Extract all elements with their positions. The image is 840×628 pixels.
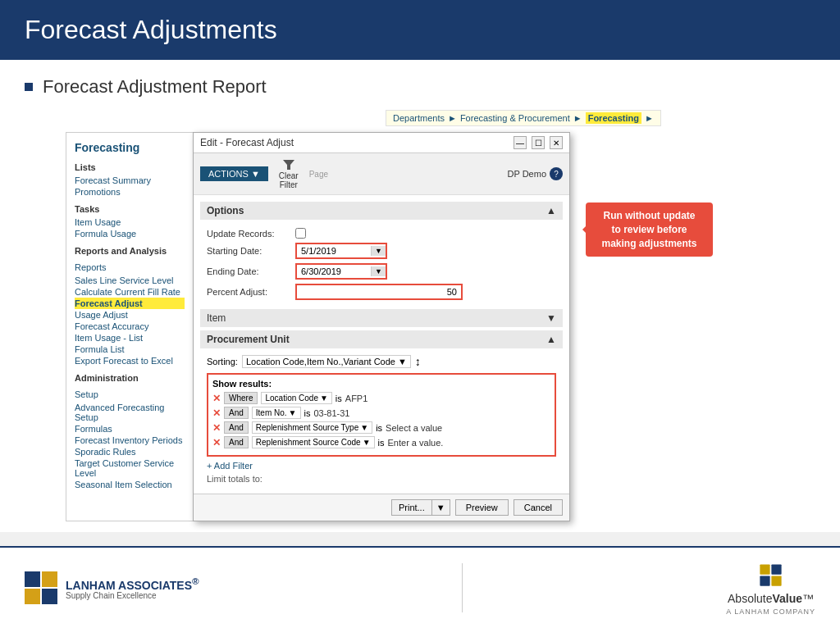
- procurement-section-header[interactable]: Procurement Unit ▲: [200, 330, 563, 348]
- filter-field-dropdown-0: ▼: [320, 394, 328, 403]
- nav-forecast-accuracy[interactable]: Forecast Accuracy: [75, 321, 185, 332]
- footer-divider: [462, 563, 463, 612]
- update-records-checkbox[interactable]: [295, 228, 306, 239]
- filter-field-name-2: Replenishment Source Type: [256, 423, 358, 432]
- filter-row-1: ✕ And Item No. ▼ is 03-81-31: [212, 407, 550, 419]
- filter-field-0[interactable]: Location Code ▼: [261, 392, 331, 404]
- callout-text: Run without updateto review beforemaking…: [601, 210, 696, 249]
- maximize-button[interactable]: ☐: [532, 136, 545, 149]
- preview-button[interactable]: Preview: [455, 499, 509, 516]
- sort-order-icon[interactable]: ↕: [415, 355, 421, 368]
- filter-field-3[interactable]: Replenishment Source Code ▼: [252, 436, 375, 448]
- dialog-title: Edit - Forecast Adjust: [200, 137, 294, 148]
- dialog-footer: Print... ▼ Preview Cancel: [194, 494, 569, 521]
- filter-operator-1: is: [304, 408, 311, 418]
- main-content: Forecast Adjustment Report Departments ►…: [0, 60, 840, 532]
- logo-cell-1: [25, 571, 40, 587]
- nav-sporadic-rules[interactable]: Sporadic Rules: [75, 446, 185, 457]
- print-button[interactable]: Print...: [391, 499, 431, 516]
- filter-field-2[interactable]: Replenishment Source Type ▼: [252, 421, 372, 434]
- nav-forecast-adjust[interactable]: Forecast Adjust: [75, 298, 185, 309]
- options-content: Update Records: Starting Date: ▼: [200, 223, 563, 309]
- filter-value-1: 03-81-31: [313, 408, 349, 418]
- print-dropdown-button[interactable]: ▼: [431, 499, 450, 516]
- filter-remove-0[interactable]: ✕: [212, 393, 221, 404]
- breadcrumb-forecasting: Forecasting: [586, 112, 641, 124]
- filter-field-1[interactable]: Item No. ▼: [252, 407, 301, 419]
- breadcrumb-arrow3: ►: [645, 113, 654, 123]
- filter-value-2: Select a value: [386, 423, 442, 433]
- nav-promotions[interactable]: Promotions: [75, 186, 185, 198]
- add-filter-button[interactable]: + Add Filter: [207, 461, 556, 471]
- nav-adv-setup[interactable]: Advanced Forecasting Setup: [75, 402, 185, 423]
- ending-date-label: Ending Date:: [207, 266, 289, 276]
- percent-adjust-input[interactable]: [295, 284, 463, 300]
- nav-formulas[interactable]: Formulas: [75, 423, 185, 435]
- breadcrumb-fp: Forecasting & Procurement: [460, 113, 570, 123]
- actions-button[interactable]: ACTIONS ▼: [200, 166, 268, 181]
- nav-sales-line[interactable]: Sales Line Service Level: [75, 275, 185, 286]
- lists-section-title: Lists: [75, 162, 185, 172]
- dialog-area: Forecasting Lists Forecast Summary Promo…: [66, 132, 815, 521]
- item-section-header[interactable]: Item ▼: [200, 309, 563, 327]
- nav-export-forecast[interactable]: Export Forecast to Excel: [75, 355, 185, 366]
- options-collapse-icon: ▲: [546, 205, 556, 216]
- ending-date-dropdown[interactable]: ▼: [371, 266, 386, 276]
- filter-value-0: AFP1: [345, 394, 368, 403]
- starting-date-row: Starting Date: ▼: [207, 243, 556, 259]
- options-label: Options: [207, 205, 244, 216]
- nav-item-usage-list[interactable]: Item Usage - List: [75, 332, 185, 344]
- lanham-company-name: LANHAM ASSOCIATES®: [66, 576, 199, 592]
- sorting-dropdown[interactable]: Location Code,Item No.,Variant Code ▼: [242, 355, 411, 368]
- av-sub-text: A LANHAM COMPANY: [726, 608, 815, 616]
- nav-forecast-summary[interactable]: Forecast Summary: [75, 175, 185, 186]
- nav-formula-list[interactable]: Formula List: [75, 344, 185, 355]
- tasks-section-title: Tasks: [75, 204, 185, 214]
- nav-item-usage[interactable]: Item Usage: [75, 216, 185, 228]
- help-icon[interactable]: ?: [550, 167, 563, 180]
- filter-connector-2: And: [224, 421, 249, 434]
- show-results-box: Show results: ✕ Where Location Code ▼ is…: [207, 373, 556, 457]
- options-section-header[interactable]: Options ▲: [200, 202, 563, 220]
- lanham-logo: LANHAM ASSOCIATES® Supply Chain Excellen…: [25, 571, 199, 604]
- show-results-label: Show results:: [212, 379, 550, 389]
- nav-target-service[interactable]: Target Customer Service Level: [75, 457, 185, 479]
- nav-inventory-periods[interactable]: Forecast Inventory Periods: [75, 435, 185, 446]
- nav-seasonal[interactable]: Seasonal Item Selection: [75, 479, 185, 490]
- starting-date-input[interactable]: ▼: [295, 243, 387, 259]
- nav-title: Forecasting: [75, 141, 185, 154]
- filter-row-3: ✕ And Replenishment Source Code ▼ is Ent…: [212, 436, 550, 448]
- sorting-value: Location Code,Item No.,Variant Code: [246, 357, 395, 366]
- window-controls: — ☐ ✕: [514, 136, 563, 149]
- svg-marker-0: [283, 160, 294, 170]
- percent-adjust-field[interactable]: [297, 285, 461, 298]
- nav-formula-usage[interactable]: Formula Usage: [75, 228, 185, 239]
- filter-remove-2[interactable]: ✕: [212, 422, 221, 434]
- ending-date-field[interactable]: [297, 265, 371, 278]
- clear-filter-button[interactable]: Clear Filter: [275, 157, 303, 191]
- starting-date-dropdown[interactable]: ▼: [371, 246, 386, 256]
- filter-field-name-1: Item No.: [256, 408, 287, 417]
- item-label: Item: [207, 312, 226, 324]
- nav-fill-rate[interactable]: Calculate Current Fill Rate: [75, 286, 185, 298]
- filter-remove-3[interactable]: ✕: [212, 437, 221, 448]
- update-records-checkbox-group: [295, 228, 306, 239]
- minimize-button[interactable]: —: [514, 136, 527, 149]
- av-brand-text: AbsoluteValue™: [728, 592, 814, 605]
- cancel-button[interactable]: Cancel: [514, 499, 563, 516]
- filter-connector-3: And: [224, 436, 249, 448]
- starting-date-field[interactable]: [297, 244, 371, 257]
- procurement-collapse-icon: ▲: [546, 334, 556, 345]
- sorting-label: Sorting:: [207, 357, 238, 366]
- nav-usage-adjust[interactable]: Usage Adjust: [75, 309, 185, 321]
- logo-cell-2: [42, 571, 57, 587]
- breadcrumb-arrow2: ►: [573, 113, 582, 123]
- svg-rect-1: [760, 564, 769, 574]
- actions-dropdown-icon: ▼: [251, 169, 260, 179]
- close-button[interactable]: ✕: [550, 136, 563, 149]
- filter-remove-1[interactable]: ✕: [212, 407, 221, 419]
- logo-cell-3: [25, 589, 40, 604]
- ending-date-input[interactable]: ▼: [295, 263, 387, 280]
- av-logo-icon: [756, 561, 785, 589]
- svg-rect-3: [760, 576, 769, 585]
